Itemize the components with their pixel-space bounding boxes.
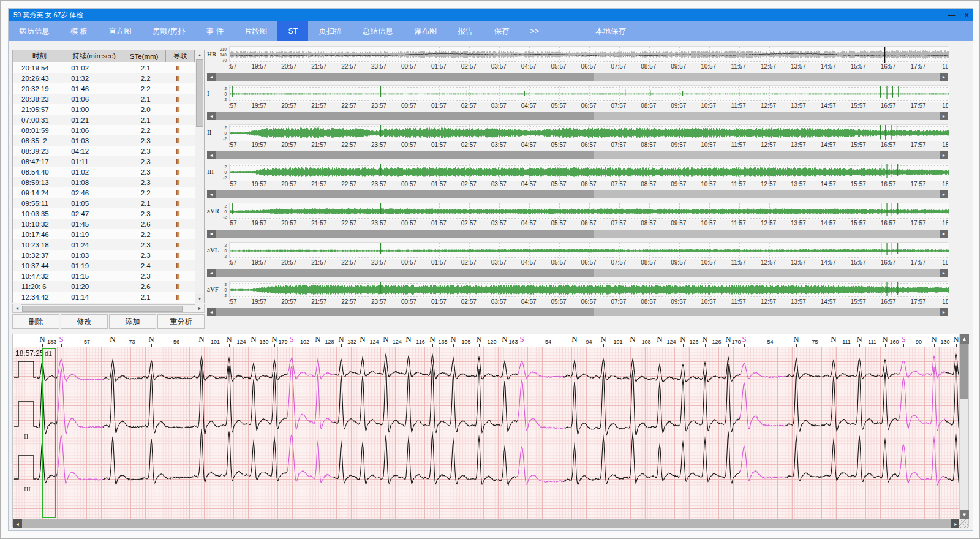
strip-plot[interactable] xyxy=(229,242,948,258)
strip-scrollbar[interactable]: ◄► xyxy=(207,308,948,316)
beat-label-s[interactable]: S xyxy=(901,334,905,344)
beat-label-n[interactable]: N xyxy=(315,334,320,344)
strip-scrollbar[interactable]: ◄► xyxy=(207,112,948,120)
strip-scroll-left-icon[interactable]: ◄ xyxy=(207,73,216,81)
beat-label-n[interactable]: N xyxy=(338,334,344,344)
table-row[interactable]: 10:17:4601:192.2II xyxy=(13,229,195,239)
table-row[interactable]: 08:59:1301:082.3II xyxy=(13,177,195,187)
beat-label-n[interactable]: N xyxy=(657,334,662,344)
reanalyze-button[interactable]: 重分析 xyxy=(157,314,205,329)
menu-item-11[interactable]: 保存 xyxy=(483,21,519,41)
menu-item-9[interactable]: 瀑布图 xyxy=(404,21,448,41)
strip-scroll-left-icon[interactable]: ◄ xyxy=(207,269,216,277)
table-row[interactable]: 10:37:4401:192.4II xyxy=(13,260,195,271)
table-row[interactable]: 10:47:3201:152.3II xyxy=(13,271,195,281)
menu-item-1[interactable]: 模 板 xyxy=(60,21,98,41)
strip-scroll-right-icon[interactable]: ► xyxy=(940,269,948,277)
ecg-hscrollbar[interactable]: ◄ ► xyxy=(13,519,960,528)
strip-plot[interactable] xyxy=(229,46,948,62)
strip-scrollbar[interactable]: ◄► xyxy=(207,230,948,238)
table-row[interactable]: 21:05:5701:002.0II xyxy=(13,104,195,115)
ecg-scroll-left-icon[interactable]: ◄ xyxy=(13,519,22,528)
table-row[interactable]: 08:01:5901:062.2II xyxy=(13,125,195,135)
table-row[interactable]: 12:34:4201:142.1II xyxy=(13,292,195,302)
table-row[interactable]: 10:10:3201:452.6II xyxy=(13,219,195,229)
table-row[interactable]: 08:54:4001:022.3II xyxy=(13,167,195,177)
menu-item-5[interactable]: 片段图 xyxy=(234,21,278,41)
beat-label-n[interactable]: N xyxy=(630,334,635,344)
resize-grip[interactable] xyxy=(959,519,968,528)
table-hscrollbar[interactable]: ◄ ► xyxy=(12,304,205,313)
beat-label-n[interactable]: N xyxy=(831,334,836,344)
table-row[interactable]: 09:14:2402:462.2II xyxy=(13,187,195,198)
table-row[interactable]: 07:00:3101:212.1II xyxy=(13,115,195,125)
beat-label-n[interactable]: N xyxy=(502,334,507,344)
table-row[interactable]: 11:20: 601:202.6II xyxy=(13,281,195,292)
table-row[interactable]: 10:23:1801:242.3II xyxy=(13,239,195,250)
menu-item-2[interactable]: 直方图 xyxy=(98,21,142,41)
strip-scroll-right-icon[interactable]: ► xyxy=(940,112,948,120)
table-vscroll-thumb[interactable] xyxy=(196,59,203,127)
beat-label-n[interactable]: N xyxy=(953,334,959,344)
close-button[interactable]: × xyxy=(964,9,969,21)
beat-label-s[interactable]: S xyxy=(519,334,524,344)
menu-item-12[interactable]: >> xyxy=(519,21,549,41)
modify-button[interactable]: 修改 xyxy=(61,314,108,329)
beat-label-n[interactable]: N xyxy=(882,334,888,344)
beat-label-n[interactable]: N xyxy=(271,334,277,344)
scroll-down-icon[interactable]: ▼ xyxy=(195,294,204,303)
strip-scroll-thumb[interactable] xyxy=(216,151,594,159)
table-row[interactable]: 20:32:1901:462.2II xyxy=(13,83,195,94)
strip-scroll-thumb[interactable] xyxy=(216,308,594,316)
strip-plot[interactable] xyxy=(229,85,948,102)
ecg-paper[interactable]: 18:57:25 d1 II III xyxy=(13,347,960,519)
beat-label-n[interactable]: N xyxy=(148,334,154,344)
strip-scrollbar[interactable]: ◄► xyxy=(207,151,948,159)
delete-button[interactable]: 删除 xyxy=(12,314,59,329)
beat-label-s[interactable]: S xyxy=(59,334,63,344)
beat-label-n[interactable]: N xyxy=(680,334,685,344)
scroll-left-icon[interactable]: ◄ xyxy=(13,304,21,312)
strip-scroll-right-icon[interactable]: ► xyxy=(940,151,948,159)
beat-label-n[interactable]: N xyxy=(450,334,456,344)
strip-plot[interactable] xyxy=(229,281,948,298)
beat-label-n[interactable]: N xyxy=(429,334,435,344)
strip-scroll-left-icon[interactable]: ◄ xyxy=(207,151,216,159)
table-row[interactable]: 10:03:3502:472.3II xyxy=(13,208,195,219)
strip-scroll-thumb[interactable] xyxy=(216,269,594,277)
strip-scroll-thumb[interactable] xyxy=(216,230,594,238)
minimize-button[interactable]: — xyxy=(948,9,956,21)
strip-plot[interactable] xyxy=(229,203,948,219)
beat-label-s[interactable]: S xyxy=(742,334,746,344)
table-row[interactable]: 20:19:5401:022.1II xyxy=(13,62,195,73)
selection-rectangle[interactable]: d1 xyxy=(42,348,56,518)
menu-item-0[interactable]: 病历信息 xyxy=(9,21,60,41)
ecg-vscrollbar[interactable]: ▲ ▼ xyxy=(959,334,968,519)
beat-label-n[interactable]: N xyxy=(226,334,232,344)
strip-scroll-thumb[interactable] xyxy=(216,112,594,120)
table-row[interactable]: 09:55:1101:052.1II xyxy=(13,198,195,208)
beat-label-n[interactable]: N xyxy=(476,334,481,344)
menu-item-13[interactable]: 本地保存 xyxy=(585,21,636,41)
strip-scroll-right-icon[interactable]: ► xyxy=(940,230,948,238)
table-row[interactable]: 08:39:2304:122.3II xyxy=(13,146,195,156)
beat-label-n[interactable]: N xyxy=(39,334,45,344)
strip-scroll-right-icon[interactable]: ► xyxy=(940,308,948,316)
scroll-up-icon[interactable]: ▲ xyxy=(195,50,204,59)
beat-label-n[interactable]: N xyxy=(360,334,365,344)
table-row[interactable]: 08:47:1701:112.3II xyxy=(13,156,195,167)
strip-scroll-right-icon[interactable]: ► xyxy=(940,73,948,81)
beat-label-n[interactable]: N xyxy=(383,334,388,344)
strip-scrollbar[interactable]: ◄► xyxy=(207,73,948,81)
beat-label-n[interactable]: N xyxy=(600,334,606,344)
beat-label-n[interactable]: N xyxy=(198,334,204,344)
strip-scroll-left-icon[interactable]: ◄ xyxy=(207,190,216,198)
table-vscrollbar[interactable]: ▲ ▼ xyxy=(195,50,204,303)
beat-label-n[interactable]: N xyxy=(856,334,862,344)
strip-scroll-thumb[interactable] xyxy=(216,190,594,198)
strip-scroll-left-icon[interactable]: ◄ xyxy=(207,112,216,120)
add-button[interactable]: 添加 xyxy=(109,314,156,329)
table-row[interactable]: 08:35: 201:032.3II xyxy=(13,135,195,146)
beat-label-n[interactable]: N xyxy=(405,334,411,344)
menu-item-8[interactable]: 总结信息 xyxy=(352,21,404,41)
